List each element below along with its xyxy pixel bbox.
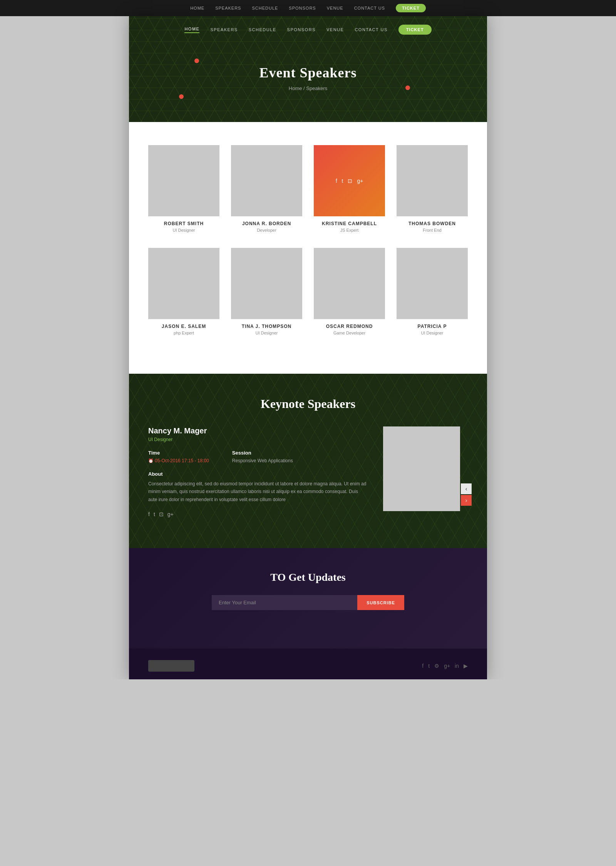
hero-section: HOME SPEAKERS SCHEDULE SPONSORS VENUE CO… (129, 16, 487, 122)
keynote-image-wrap: ‹ › (383, 426, 468, 517)
keynote-title: Keynote Speakers (148, 397, 468, 411)
top-nav-ticket-button[interactable]: TICKET (396, 4, 426, 12)
speaker-image-thomas (397, 145, 468, 216)
keynote-speaker-name: Nancy M. Mager (148, 426, 368, 435)
speaker-role-jason: php Expert (148, 331, 219, 335)
footer: f t ⚙ g+ in ▶ (129, 649, 487, 679)
nav-ticket-button[interactable]: TICKET (398, 25, 432, 35)
speaker-role-robert: UI Designer (148, 228, 219, 232)
nav-sponsors[interactable]: SPONSORS (287, 27, 316, 32)
speakers-section: ROBERT SMITH UI Designer JONNA R. BORDEN… (129, 122, 487, 374)
speakers-grid-row2: JASON E. SALEM php Expert TINA J. THOMPS… (148, 248, 468, 335)
top-navigation: HOME SPEAKERS SCHEDULE SPONSORS VENUE CO… (0, 0, 616, 16)
hero-content: Event Speakers Home / Speakers (129, 42, 487, 122)
nav-home[interactable]: HOME (184, 27, 199, 33)
speaker-card-jason[interactable]: JASON E. SALEM php Expert (148, 248, 219, 335)
speaker-card-jonna[interactable]: JONNA R. BORDEN Developer (231, 145, 302, 232)
main-navigation: HOME SPEAKERS SCHEDULE SPONSORS VENUE CO… (129, 16, 487, 42)
speaker-card-patricia[interactable]: PATRICIA P UI Designer (397, 248, 468, 335)
top-nav-speakers[interactable]: SPEAKERS (215, 6, 241, 10)
session-label: Session (232, 450, 293, 456)
time-value: 05-Oct-2016 17:15 - 18:00 (148, 458, 209, 463)
top-nav-schedule[interactable]: SCHEDULE (252, 6, 278, 10)
page-wrapper: HOME SPEAKERS SCHEDULE SPONSORS VENUE CO… (129, 16, 487, 679)
keynote-prev-button[interactable]: ‹ (461, 483, 472, 494)
keynote-meta: Time 05-Oct-2016 17:15 - 18:00 Session R… (148, 450, 368, 463)
speakers-grid-row1: ROBERT SMITH UI Designer JONNA R. BORDEN… (148, 145, 468, 232)
instagram-icon[interactable]: ⊡ (348, 178, 352, 184)
speaker-name-robert: ROBERT SMITH (148, 221, 219, 226)
speaker-name-jason: JASON E. SALEM (148, 324, 219, 329)
time-label: Time (148, 450, 209, 456)
keynote-content: Nancy M. Mager UI Designer Time 05-Oct-2… (148, 426, 468, 517)
speaker-name-patricia: PATRICIA P (397, 324, 468, 329)
footer-settings-icon[interactable]: ⚙ (434, 663, 439, 669)
about-text: Consectetur adipiscing elit, sed do eius… (148, 480, 368, 503)
keynote-speaker-role: UI Designer (148, 437, 368, 442)
keynote-facebook-icon[interactable]: f (148, 511, 150, 517)
speaker-image-kristine: f t ⊡ g+ (314, 145, 385, 216)
session-block: Session Responsive Web Applications (232, 450, 293, 463)
footer-googleplus-icon[interactable]: g+ (444, 663, 450, 669)
speaker-role-thomas: Front End (397, 228, 468, 232)
speaker-role-tina: UI Designer (231, 331, 302, 335)
keynote-next-button[interactable]: › (461, 495, 472, 506)
keynote-social-icons: f t ⊡ g+ (148, 511, 368, 517)
newsletter-title: TO Get Updates (148, 571, 468, 583)
footer-social-icons: f t ⚙ g+ in ▶ (422, 663, 468, 669)
keynote-googleplus-icon[interactable]: g+ (167, 511, 174, 517)
keynote-navigation: ‹ › (461, 483, 472, 506)
speaker-image-oscar (314, 248, 385, 319)
footer-facebook-icon[interactable]: f (422, 663, 424, 669)
speaker-name-oscar: OSCAR REDMOND (314, 324, 385, 329)
keynote-section: Keynote Speakers Nancy M. Mager UI Desig… (129, 374, 487, 548)
googleplus-icon[interactable]: g+ (357, 178, 363, 184)
nav-contact[interactable]: CONTACT US (355, 27, 388, 32)
speaker-card-robert[interactable]: ROBERT SMITH UI Designer (148, 145, 219, 232)
time-block: Time 05-Oct-2016 17:15 - 18:00 (148, 450, 209, 463)
kristine-social-icons: f t ⊡ g+ (336, 178, 363, 184)
speaker-role-jonna: Developer (231, 228, 302, 232)
nav-schedule[interactable]: SCHEDULE (249, 27, 276, 32)
speaker-image-jason (148, 248, 219, 319)
breadcrumb: Home / Speakers (129, 85, 487, 91)
keynote-info: Nancy M. Mager UI Designer Time 05-Oct-2… (148, 426, 368, 517)
speaker-card-kristine[interactable]: f t ⊡ g+ KRISTINE CAMPBELL JS Expert (314, 145, 385, 232)
footer-linkedin-icon[interactable]: in (455, 663, 459, 669)
keynote-twitter-icon[interactable]: t (154, 511, 155, 517)
speaker-role-kristine: JS Expert (314, 228, 385, 232)
speaker-name-tina: TINA J. THOMPSON (231, 324, 302, 329)
session-value: Responsive Web Applications (232, 458, 293, 463)
about-label: About (148, 471, 368, 477)
newsletter-form: SUBSCRIBE (212, 595, 404, 610)
subscribe-button[interactable]: SUBSCRIBE (357, 595, 404, 610)
email-input[interactable] (212, 595, 357, 610)
speaker-card-oscar[interactable]: OSCAR REDMOND Game Developer (314, 248, 385, 335)
nav-venue[interactable]: VENUE (326, 27, 344, 32)
speaker-name-kristine: KRISTINE CAMPBELL (314, 221, 385, 226)
footer-youtube-icon[interactable]: ▶ (464, 663, 468, 669)
newsletter-section: TO Get Updates SUBSCRIBE (129, 548, 487, 649)
speaker-name-thomas: THOMAS BOWDEN (397, 221, 468, 226)
speaker-card-thomas[interactable]: THOMAS BOWDEN Front End (397, 145, 468, 232)
top-nav-home[interactable]: HOME (190, 6, 204, 10)
top-nav-sponsors[interactable]: SPONSORS (289, 6, 316, 10)
nav-speakers[interactable]: SPEAKERS (210, 27, 238, 32)
speaker-role-patricia: UI Designer (397, 331, 468, 335)
speaker-name-jonna: JONNA R. BORDEN (231, 221, 302, 226)
facebook-icon[interactable]: f (336, 178, 337, 184)
top-nav-venue[interactable]: VENUE (327, 6, 343, 10)
speaker-image-tina (231, 248, 302, 319)
footer-logo (148, 660, 194, 672)
speaker-image-patricia (397, 248, 468, 319)
speaker-role-oscar: Game Developer (314, 331, 385, 335)
speaker-image-jonna (231, 145, 302, 216)
top-nav-contact[interactable]: CONTACT US (354, 6, 385, 10)
keynote-instagram-icon[interactable]: ⊡ (159, 511, 164, 517)
keynote-speaker-image (383, 426, 460, 511)
speaker-image-robert (148, 145, 219, 216)
twitter-icon[interactable]: t (342, 178, 343, 184)
page-title: Event Speakers (129, 65, 487, 81)
speaker-card-tina[interactable]: TINA J. THOMPSON UI Designer (231, 248, 302, 335)
footer-twitter-icon[interactable]: t (428, 663, 430, 669)
